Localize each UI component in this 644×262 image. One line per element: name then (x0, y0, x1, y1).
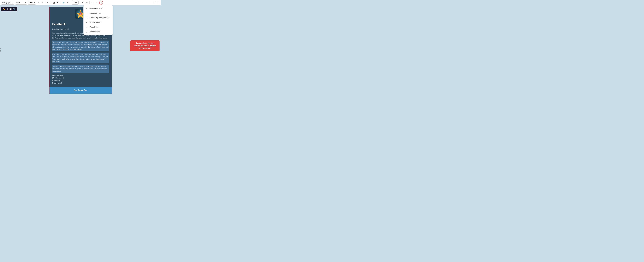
font-size-chevron: ▾ (34, 2, 35, 3)
delete-button[interactable]: 🗑️ (13, 8, 16, 10)
edit-button[interactable]: ✏️ (2, 8, 6, 10)
ai-menu-generate[interactable]: ✦Generate with AI (84, 6, 112, 11)
link-icon: 🔗 (62, 2, 65, 4)
line-height-input[interactable] (71, 1, 78, 4)
redo-button[interactable]: ↪ (157, 1, 160, 4)
signature-warm: Warm Regards, (52, 74, 109, 77)
undo-icon: ↩ (154, 2, 156, 4)
generate-icon: ✦ (86, 7, 88, 10)
ai-dropdown-menu: ✦Generate with AI✦Improve writingTFix sp… (84, 5, 113, 35)
signature-hotel: [Hotel Name] (52, 82, 109, 84)
canvas: ✏️ ⧉ 💾 🗑️ (0, 5, 161, 95)
ai-menu-fix[interactable]: TFix spelling and grammar (84, 15, 112, 20)
highlight-button[interactable]: 🖊 (40, 1, 44, 4)
email-cta-area: Add Button Text (49, 87, 112, 94)
ai-menu-longer[interactable]: ↕Make longer (84, 25, 112, 30)
simplify-icon: ✦ (86, 21, 88, 24)
improve-label: Improve writing (90, 12, 101, 14)
ai-menu-simplify[interactable]: ✦Simplify writing (84, 20, 112, 25)
divider-2 (60, 1, 60, 4)
generate-label: Generate with AI (90, 7, 102, 9)
delete-icon: 🗑️ (13, 8, 16, 10)
email-signature: Warm Regards, {{location.name}} [Title/P… (52, 74, 109, 84)
simplify-label: Simplify writing (90, 21, 101, 24)
font-chevron: ▾ (25, 2, 26, 3)
paragraph-select[interactable]: Paragraph ▾ (1, 1, 14, 4)
underline-icon: U (54, 2, 55, 4)
email-paragraph1: We are thrilled to hear that you enjoyed… (52, 40, 109, 51)
ai-button[interactable]: AI (99, 1, 103, 4)
strikethrough-button[interactable]: S (56, 1, 59, 4)
cta-button[interactable]: Add Button Text (71, 88, 90, 92)
drag-dot (0, 51, 1, 52)
list-icon: ☰ (82, 2, 84, 4)
callout-text: If user selects the text content, then a… (134, 42, 156, 50)
fix-label: Fix spelling and grammar (90, 17, 109, 19)
bold-icon: B (47, 2, 48, 4)
redo-icon: ↪ (158, 2, 159, 4)
fix-icon: T (86, 16, 88, 19)
improve-icon: ✦ (86, 12, 88, 14)
edit-icon: ✏️ (3, 8, 5, 10)
save-icon: 💾 (9, 8, 12, 10)
shorter-label: Make shorter (90, 31, 100, 33)
text-color-button[interactable]: A (37, 1, 40, 4)
text-color-icon: A (38, 2, 39, 4)
drag-dot (0, 48, 1, 48)
indent-icon: ⇥ (86, 2, 88, 4)
link-button[interactable]: 🔗 (62, 1, 66, 4)
longer-icon: ↕ (86, 26, 88, 28)
indent-button[interactable]: ⇥ (85, 1, 88, 4)
paragraph-chevron: ▾ (12, 2, 13, 3)
font-size-select[interactable]: 14px ▾ (28, 1, 36, 4)
italic-button[interactable]: I (50, 1, 52, 4)
list-button[interactable]: ☰ (81, 1, 84, 4)
highlight-icon: 🖊 (41, 2, 43, 4)
email-paragraph2: At [Hotel Name], we strive to create a m… (52, 52, 109, 63)
strikethrough-icon: S (57, 2, 58, 4)
save-block-button[interactable]: 💾 (9, 8, 12, 10)
drag-dot (0, 52, 1, 52)
toolbar-right: ↩ ↪ (153, 1, 160, 4)
font-size-label: 14px (29, 2, 33, 4)
bold-button[interactable]: B (46, 1, 49, 4)
longer-label: Make longer (90, 26, 99, 28)
signature-location: {{location.name}} (52, 77, 109, 79)
drag-dot (0, 50, 1, 50)
ai-menu-improve[interactable]: ✦Improve writing (84, 11, 112, 15)
drag-dot (0, 50, 1, 51)
undo-button[interactable]: ↩ (153, 1, 156, 4)
shorter-icon: ↙ (86, 30, 88, 33)
font-select[interactable]: Arial ▾ (15, 1, 27, 4)
signature-title: [Title/Position] (52, 79, 109, 82)
drag-handle[interactable] (0, 48, 1, 53)
italic-icon: I (50, 2, 51, 4)
extra-btn-1[interactable]: ↔ (91, 1, 94, 4)
ai-menu-shorter[interactable]: ↙Make shorter (84, 30, 112, 34)
extra-btn-2[interactable]: ↔ (95, 1, 98, 4)
duplicate-icon: ⧉ (6, 8, 8, 10)
align-icon: ≡ (67, 2, 68, 4)
float-actions: ✏️ ⧉ 💾 🗑️ (1, 7, 17, 12)
divider-1 (45, 1, 45, 4)
drag-dot (0, 49, 1, 49)
callout: If user selects the text content, then a… (130, 40, 160, 51)
email-paragraph3: Thank you again for taking the time to s… (52, 64, 109, 73)
toolbar: Paragraph ▾ Arial ▾ 14px ▾ A 🖊 B I U S 🔗… (0, 0, 161, 5)
underline-button[interactable]: U (53, 1, 56, 4)
font-label: Arial (16, 2, 20, 4)
align-button[interactable]: ≡ (66, 1, 69, 4)
paragraph-label: Paragraph (2, 2, 10, 4)
ai-label: AI (100, 2, 102, 3)
divider-4 (80, 1, 80, 4)
duplicate-button[interactable]: ⧉ (6, 8, 8, 10)
